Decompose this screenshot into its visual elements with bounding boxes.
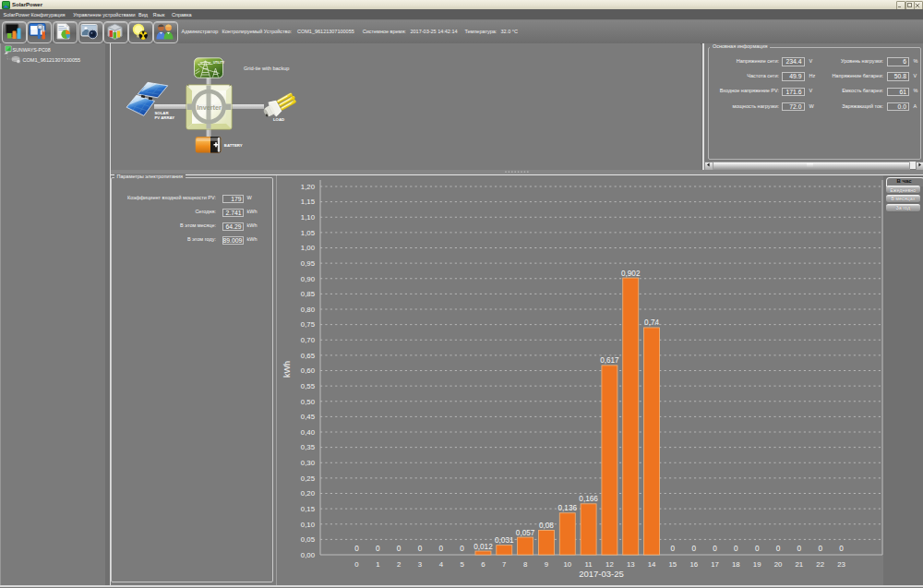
svg-text:1,00: 1,00 — [301, 244, 316, 252]
svg-text:0,50: 0,50 — [301, 398, 316, 406]
svg-text:0: 0 — [418, 545, 423, 553]
svg-text:9: 9 — [545, 560, 548, 569]
svg-text:0,35: 0,35 — [301, 443, 316, 451]
svg-text:21: 21 — [796, 560, 804, 569]
svg-text:0,65: 0,65 — [301, 352, 316, 360]
svg-text:0,617: 0,617 — [600, 356, 619, 365]
svg-text:kWh: kWh — [282, 361, 292, 378]
svg-text:0,031: 0,031 — [495, 536, 514, 545]
svg-text:Grid-tie with backup: Grid-tie with backup — [244, 66, 289, 71]
svg-text:3: 3 — [418, 560, 422, 569]
svg-text:1,20: 1,20 — [301, 183, 316, 191]
svg-text:0: 0 — [734, 545, 738, 553]
svg-text:20: 20 — [774, 560, 783, 569]
svg-text:0,90: 0,90 — [301, 275, 316, 283]
svg-text:BATTERY: BATTERY — [224, 143, 243, 148]
svg-text:14: 14 — [648, 560, 656, 569]
svg-text:0,55: 0,55 — [301, 382, 316, 390]
svg-text:0: 0 — [713, 545, 717, 553]
svg-text:0,05: 0,05 — [301, 535, 316, 544]
svg-text:0: 0 — [755, 545, 760, 553]
svg-text:5: 5 — [460, 560, 464, 569]
svg-text:0,15: 0,15 — [301, 505, 316, 513]
svg-text:0,166: 0,166 — [579, 495, 598, 503]
svg-text:1,05: 1,05 — [301, 229, 316, 237]
svg-text:4: 4 — [439, 560, 444, 569]
svg-text:0: 0 — [691, 545, 696, 553]
svg-text:LOAD: LOAD — [273, 117, 284, 122]
svg-text:0: 0 — [397, 545, 402, 553]
svg-text:23: 23 — [837, 560, 845, 569]
svg-text:8: 8 — [523, 560, 527, 569]
svg-text:1,15: 1,15 — [301, 198, 316, 206]
svg-text:7: 7 — [502, 560, 506, 569]
svg-text:18: 18 — [732, 560, 740, 569]
svg-text:19: 19 — [753, 560, 761, 569]
svg-text:0,10: 0,10 — [301, 521, 316, 529]
svg-text:0: 0 — [376, 545, 380, 553]
svg-text:0,75: 0,75 — [301, 320, 316, 329]
svg-text:0,74: 0,74 — [644, 318, 659, 327]
svg-text:0,08: 0,08 — [539, 522, 554, 530]
svg-text:22: 22 — [816, 560, 824, 569]
svg-text:1: 1 — [376, 560, 379, 569]
svg-text:0: 0 — [460, 545, 464, 553]
svg-text:6: 6 — [481, 560, 485, 569]
svg-text:0,20: 0,20 — [301, 489, 316, 498]
svg-text:0,45: 0,45 — [301, 413, 316, 421]
svg-text:0,00: 0,00 — [301, 551, 316, 559]
svg-text:0: 0 — [839, 545, 844, 553]
svg-text:0,70: 0,70 — [301, 336, 316, 344]
svg-text:0: 0 — [354, 560, 359, 569]
svg-text:0: 0 — [818, 545, 822, 553]
svg-text:0,25: 0,25 — [301, 474, 316, 483]
svg-text:0,057: 0,057 — [516, 529, 535, 537]
svg-text:PV ARRAY: PV ARRAY — [155, 115, 175, 120]
svg-text:0,80: 0,80 — [301, 306, 316, 314]
svg-text:0,902: 0,902 — [621, 270, 641, 278]
svg-text:0,30: 0,30 — [301, 459, 316, 467]
svg-text:10: 10 — [563, 560, 571, 569]
svg-text:16: 16 — [689, 560, 698, 569]
svg-text:0,85: 0,85 — [301, 290, 316, 298]
svg-text:12: 12 — [605, 560, 614, 569]
svg-text:0: 0 — [439, 545, 444, 553]
svg-text:UTILITY: UTILITY — [213, 61, 225, 65]
svg-text:0: 0 — [776, 545, 781, 553]
svg-text:13: 13 — [627, 560, 635, 569]
svg-text:0,012: 0,012 — [473, 543, 493, 551]
svg-text:0,60: 0,60 — [301, 366, 316, 375]
svg-text:0: 0 — [797, 545, 802, 553]
svg-text:11: 11 — [585, 560, 593, 569]
svg-text:15: 15 — [669, 560, 677, 569]
svg-text:2017-03-25: 2017-03-25 — [579, 569, 624, 579]
svg-text:Inverter: Inverter — [197, 103, 222, 112]
svg-text:0: 0 — [354, 545, 359, 553]
svg-text:2: 2 — [397, 560, 401, 569]
svg-text:0,95: 0,95 — [301, 259, 316, 268]
svg-text:1,10: 1,10 — [301, 213, 316, 222]
svg-text:17: 17 — [711, 560, 719, 569]
svg-text:0,40: 0,40 — [301, 428, 316, 437]
svg-text:0,136: 0,136 — [558, 504, 578, 512]
svg-text:0: 0 — [671, 545, 676, 553]
svg-text:SOLAR: SOLAR — [155, 111, 170, 115]
